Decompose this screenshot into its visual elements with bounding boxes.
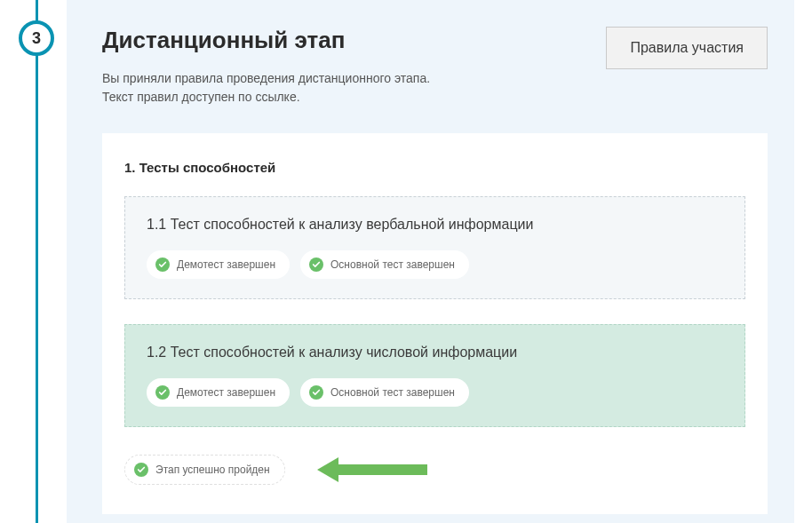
test-1-main-label: Основной тест завершен	[330, 258, 455, 271]
subtitle-line-1: Вы приняли правила проведения дистанцион…	[102, 69, 768, 88]
final-status-label: Этап успешно пройден	[155, 464, 270, 476]
check-icon	[309, 385, 323, 400]
test-1-demo-label: Демотест завершен	[177, 258, 275, 271]
test-1-pill-row: Демотест завершен Основной тест завершен	[147, 250, 723, 279]
subtitle: Вы приняли правила проведения дистанцион…	[102, 69, 768, 107]
check-icon	[309, 258, 323, 272]
test-block-2: 1.2 Тест способностей к анализу числовой…	[124, 324, 745, 427]
test-block-1: 1.1 Тест способностей к анализу вербальн…	[124, 196, 745, 299]
subtitle-line-2: Текст правил доступен по ссылке.	[102, 88, 768, 107]
final-status-row: Этап успешно пройден	[124, 452, 745, 487]
test-2-main-pill: Основной тест завершен	[300, 378, 469, 407]
arrow-icon	[312, 452, 445, 487]
test-1-main-pill: Основной тест завершен	[300, 250, 469, 279]
test-2-demo-pill: Демотест завершен	[147, 378, 290, 407]
test-2-title: 1.2 Тест способностей к анализу числовой…	[147, 345, 723, 361]
section-title: 1. Тесты способностей	[124, 160, 745, 175]
svg-rect-0	[338, 464, 427, 475]
rules-button[interactable]: Правила участия	[606, 27, 768, 69]
test-2-pill-row: Демотест завершен Основной тест завершен	[147, 378, 723, 407]
timeline-line	[36, 0, 38, 523]
page-title: Дистанционный этап	[102, 27, 345, 54]
svg-marker-1	[317, 457, 338, 482]
step-number: 3	[32, 29, 41, 48]
check-icon	[134, 463, 148, 477]
test-1-title: 1.1 Тест способностей к анализу вербальн…	[147, 217, 723, 233]
test-2-demo-label: Демотест завершен	[177, 386, 275, 399]
header-row: Дистанционный этап Правила участия	[102, 27, 768, 69]
check-icon	[155, 258, 170, 272]
check-icon	[155, 385, 170, 400]
main-content: Дистанционный этап Правила участия Вы пр…	[67, 0, 794, 523]
tests-panel: 1. Тесты способностей 1.1 Тест способнос…	[102, 133, 768, 514]
test-1-demo-pill: Демотест завершен	[147, 250, 290, 279]
final-status-pill: Этап успешно пройден	[124, 455, 285, 485]
test-2-main-label: Основной тест завершен	[330, 386, 455, 399]
step-number-badge: 3	[19, 20, 54, 56]
header-text-block: Дистанционный этап	[102, 27, 345, 65]
